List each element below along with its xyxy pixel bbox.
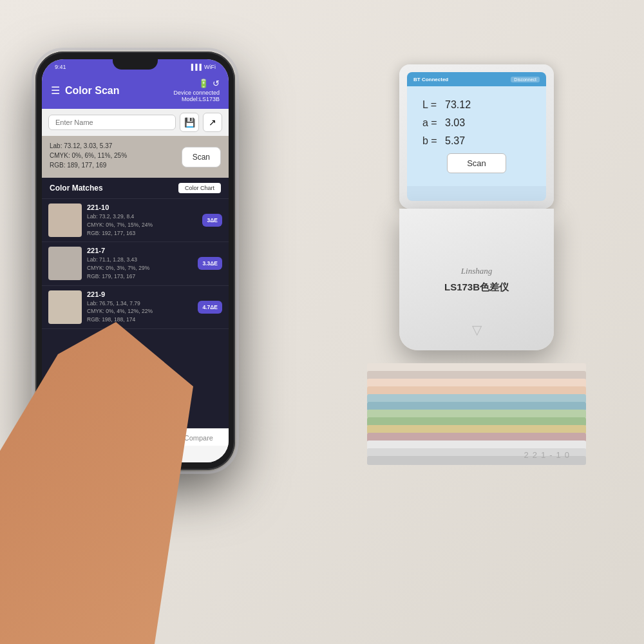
match-cmyk-3: CMYK: 0%, 4%, 12%, 22% <box>87 307 193 316</box>
b-label: b = <box>422 135 445 147</box>
cmyk-value: CMYK: 0%, 6%, 11%, 25% <box>50 152 175 159</box>
swatch-1 <box>48 204 82 237</box>
match-details-1: 221-10 Lab: 73.2, 3.29, 8.4 CMYK: 0%, 7%… <box>87 204 197 237</box>
match-cmyk-2: CMYK: 0%, 3%, 7%, 29% <box>87 264 193 272</box>
notch <box>113 59 158 70</box>
match-lab-1: Lab: 73.2, 3.29, 8.4 <box>87 213 197 221</box>
b-value: 5.37 <box>445 135 465 147</box>
match-item-2[interactable]: 221-7 Lab: 71.1, 1.28, 3.43 CMYK: 0%, 3%… <box>42 242 229 285</box>
swatch-2 <box>48 247 82 280</box>
match-rgb-2: RGB: 179, 173, 167 <box>87 272 193 281</box>
rgb-value: RGB: 189, 177, 169 <box>50 162 175 169</box>
match-details-2: 221-7 Lab: 71.1, 1.28, 3.43 CMYK: 0%, 3%… <box>87 247 193 280</box>
match-item-3[interactable]: 221-9 Lab: 76.75, 1.34, 7.79 CMYK: 0%, 4… <box>42 286 229 329</box>
matches-title: Color Matches <box>50 184 103 193</box>
match-rgb-3: RGB: 198, 188, 174 <box>87 316 193 324</box>
arrow-down-icon: ▽ <box>472 322 482 337</box>
share-button[interactable]: ↗ <box>203 113 222 132</box>
lab-value: Lab: 73.12, 3.03, 5.37 <box>50 142 175 149</box>
device-a-row: a = 3.03 <box>422 117 531 129</box>
app-header: ☰ Color Scan 🔋 ↺ Device connected Model:… <box>42 75 229 109</box>
menu-icon[interactable]: ☰ <box>51 84 60 97</box>
match-item-1[interactable]: 221-10 Lab: 73.2, 3.29, 8.4 CMYK: 0%, 7%… <box>42 199 229 242</box>
match-cmyk-1: CMYK: 0%, 7%, 15%, 24% <box>87 221 197 229</box>
status-icons: ▐▐▐ WiFi <box>189 64 216 70</box>
match-lab-3: Lab: 76.75, 1.34, 7.79 <box>87 299 193 308</box>
match-code-2: 221-7 <box>87 247 193 254</box>
history-icon[interactable]: ↺ <box>213 79 220 88</box>
device-body: Linshang LS173B色差仪 ▽ <box>399 209 554 350</box>
header-title-group: ☰ Color Scan <box>51 84 119 97</box>
wifi-icon: WiFi <box>204 64 216 70</box>
delta-2: 3.3ΔE <box>198 257 222 270</box>
status-bar: 9:41 ▐▐▐ WiFi <box>42 59 229 75</box>
swatch-3 <box>48 290 82 324</box>
battery-icon: 🔋 <box>198 79 209 88</box>
model-text: Model:LS173B <box>173 96 220 102</box>
status-time: 9:41 <box>55 64 66 70</box>
result-values: Lab: 73.12, 3.03, 5.37 CMYK: 0%, 6%, 11%… <box>50 142 175 171</box>
device-l-row: L = 73.12 <box>422 99 531 111</box>
match-code-1: 221-10 <box>87 204 197 211</box>
match-code-3: 221-9 <box>87 290 193 298</box>
swatch-book: 221-10 <box>367 363 586 466</box>
device-screen-header: BT Connected Disconnect <box>407 72 546 86</box>
a-label: a = <box>422 117 445 129</box>
l-value: 73.12 <box>445 99 471 111</box>
app-title: Color Scan <box>65 85 119 97</box>
delta-1: 3ΔE <box>202 214 222 227</box>
device-b-row: b = 5.37 <box>422 135 531 147</box>
color-result-panel: Lab: 73.12, 3.03, 5.37 CMYK: 0%, 6%, 11%… <box>42 136 229 178</box>
l-label: L = <box>422 99 445 111</box>
match-rgb-1: RGB: 192, 177, 163 <box>87 229 197 238</box>
header-info-group: 🔋 ↺ Device connected Model:LS173B <box>173 79 220 102</box>
a-value: 3.03 <box>445 117 465 129</box>
model-number: LS173B色差仪 <box>444 281 509 294</box>
device-scan-button[interactable]: Scan <box>447 153 506 173</box>
match-lab-2: Lab: 71.1, 1.28, 3.43 <box>87 256 193 264</box>
match-details-3: 221-9 Lab: 76.75, 1.34, 7.79 CMYK: 0%, 4… <box>87 290 193 324</box>
model-area: LS173B色差仪 <box>444 281 509 294</box>
brand-area: Linshang <box>461 266 492 276</box>
matches-header: Color Matches Color Chart <box>42 178 229 199</box>
device-section: BT Connected Disconnect L = 73.12 a = 3.… <box>341 64 612 466</box>
disconnect-button[interactable]: Disconnect <box>511 77 540 82</box>
color-chart-button[interactable]: Color Chart <box>178 183 221 193</box>
bt-connected-label: BT Connected <box>413 77 448 82</box>
brand-name: Linshang <box>461 266 492 276</box>
save-button[interactable]: 💾 <box>180 113 199 132</box>
delta-3: 4.7ΔE <box>198 301 222 314</box>
device-values-area: L = 73.12 a = 3.03 b = 5.37 Scan <box>407 86 546 186</box>
header-meta: 🔋 ↺ <box>173 79 220 88</box>
screen-housing: BT Connected Disconnect L = 73.12 a = 3.… <box>399 64 554 209</box>
signal-icon: ▐▐▐ <box>189 64 202 70</box>
colorimeter: BT Connected Disconnect L = 73.12 a = 3.… <box>399 64 554 350</box>
input-row: 💾 ↗ <box>42 109 229 136</box>
name-input[interactable] <box>48 115 176 130</box>
device-connected-text: Device connected <box>173 90 220 96</box>
colorimeter-display: BT Connected Disconnect L = 73.12 a = 3.… <box>407 72 546 201</box>
scan-button[interactable]: Scan <box>182 147 221 167</box>
swatch-label: 221-10 <box>524 450 573 460</box>
